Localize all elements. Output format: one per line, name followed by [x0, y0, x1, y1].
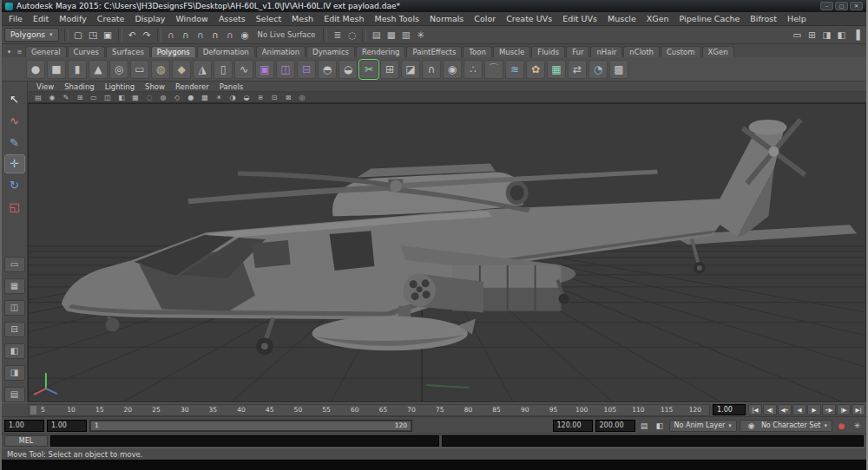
current-time-field[interactable]: 1.00 [713, 404, 746, 415]
camera-settings-icon[interactable]: ◎ [296, 94, 308, 101]
layout-three-panes-left-button[interactable]: ◧ [4, 343, 25, 359]
poly-sphere-icon[interactable]: ● [26, 60, 45, 79]
layout-single-perspective-button[interactable]: ▭ [4, 257, 25, 272]
bridge-icon[interactable]: ∩ [422, 60, 441, 79]
new-scene-icon[interactable]: ▢ [71, 28, 86, 42]
minimize-button[interactable]: – [820, 2, 833, 10]
status-group-collapser[interactable] [362, 29, 366, 42]
menu-item[interactable]: XGen [641, 12, 674, 26]
wireframe-mode-icon[interactable]: ◇ [171, 94, 183, 101]
shelf-tab[interactable]: Muscle [493, 46, 530, 57]
poly-torus-icon[interactable]: ◎ [109, 60, 128, 79]
open-scene-icon[interactable]: ◳ [86, 28, 101, 42]
isolate-select-icon[interactable]: ⊡ [268, 94, 280, 101]
shaded-mode-icon[interactable]: ● [185, 94, 197, 101]
menu-item[interactable]: Mesh Tools [370, 12, 424, 26]
lighting-mode-icon[interactable]: ☀ [213, 94, 225, 101]
status-group-collapser[interactable] [118, 29, 122, 42]
shelf-tab[interactable]: Fluids [531, 46, 565, 57]
shelf-tab[interactable]: XGen [702, 46, 734, 57]
shelf-tab[interactable]: Animation [256, 46, 306, 57]
close-button[interactable]: ✕ [850, 2, 863, 10]
panel-menu-item[interactable]: View [31, 82, 59, 92]
modeling-toolkit-toggle-icon[interactable]: ⊞ [805, 28, 819, 42]
fill-hole-icon[interactable]: ◉ [443, 60, 462, 79]
shelf-tab[interactable]: Dynamics [306, 46, 355, 57]
viewport[interactable] [28, 103, 866, 402]
go-to-playback-end-button[interactable]: ▶| [852, 404, 865, 415]
shelf-editor-menu-icon[interactable]: ≡ [15, 49, 24, 55]
maximize-button[interactable]: ▢ [835, 2, 848, 10]
panel-menu-item[interactable]: Panels [214, 82, 248, 92]
select-tool-button[interactable]: ↖ [4, 90, 25, 109]
motion-blur-icon[interactable]: ≋ [254, 94, 266, 101]
animation-preferences-button[interactable]: ✳ [851, 421, 864, 430]
snap-to-grid-icon[interactable]: ∩ [164, 28, 179, 42]
layout-two-panes-side-button[interactable]: ◫ [4, 300, 25, 316]
menu-item[interactable]: Display [129, 12, 170, 26]
snap-to-projected-center-icon[interactable]: ∩ [208, 28, 223, 42]
shelf-tab[interactable]: Surfaces [106, 46, 150, 57]
shelf-tab[interactable]: Toon [463, 46, 492, 57]
snap-to-view-plane-icon[interactable]: ∩ [223, 28, 238, 42]
poly-cube-icon[interactable]: ■ [47, 60, 66, 79]
auto-keyframe-toggle[interactable]: ● [835, 421, 848, 430]
menu-item[interactable]: Pipeline Cache [674, 12, 746, 26]
render-settings-icon[interactable]: ✳ [413, 28, 428, 42]
shelf-tab[interactable]: General [25, 46, 67, 57]
undo-icon[interactable]: ↶ [125, 28, 140, 42]
mel-toggle-button[interactable]: MEL [4, 435, 48, 447]
command-result-field[interactable] [442, 435, 864, 447]
panel-menu-item[interactable]: Shading [59, 82, 100, 92]
play-forwards-button[interactable]: ▶ [807, 404, 821, 415]
save-scene-icon[interactable]: ▣ [101, 28, 115, 42]
status-group-collapser[interactable] [323, 29, 327, 42]
menu-item[interactable]: Window [170, 12, 213, 26]
poly-pyramid-icon[interactable]: ◮ [193, 60, 212, 79]
shelf-tab[interactable]: Polygons [151, 46, 196, 57]
animation-end-field[interactable]: 200.00 [595, 420, 635, 432]
snap-to-curve-icon[interactable]: ∩ [179, 28, 194, 42]
safe-title-icon[interactable]: ◍ [157, 94, 169, 101]
range-slider-bar[interactable]: 1 120 [89, 420, 412, 432]
shelf-tab[interactable]: PaintEffects [406, 46, 462, 57]
mirror-icon[interactable]: ⇄ [568, 60, 587, 79]
open-render-view-icon[interactable]: ▤ [369, 28, 384, 42]
step-forward-one-frame-button[interactable]: |▶ [837, 404, 851, 415]
extract-icon[interactable]: ⊟ [297, 60, 316, 79]
quad-draw-icon[interactable]: ▦ [547, 60, 566, 79]
shelf-tabs-menu-icon[interactable]: ▾ [4, 49, 14, 55]
menu-item[interactable]: Edit UVs [557, 12, 602, 26]
layout-four-view-button[interactable]: ▦ [4, 278, 25, 294]
quick-select-input-icon[interactable]: ◌ [345, 28, 359, 42]
time-slider-track[interactable]: 5101520253035404550556065707580859095100… [28, 404, 710, 416]
menu-item[interactable]: Normals [424, 12, 469, 26]
boolean-union-icon[interactable]: ◓ [318, 60, 337, 79]
select-camera-icon[interactable]: ▤ [32, 94, 44, 101]
panel-menu-item[interactable]: Lighting [100, 82, 140, 92]
poly-plane-icon[interactable]: ▭ [130, 60, 149, 79]
layout-outliner-perspective-button[interactable]: ▤ [4, 387, 25, 402]
panel-menu-item[interactable]: Renderer [170, 82, 214, 92]
sculpt-tool-icon[interactable]: ✿ [526, 60, 545, 79]
render-current-frame-icon[interactable]: ▦ [384, 28, 398, 42]
bevel-icon[interactable]: ◪ [401, 60, 420, 79]
channel-box-toggle-icon[interactable]: ▐ [849, 28, 864, 42]
menu-item[interactable]: Mesh [286, 12, 319, 26]
extrude-icon[interactable]: ⊞ [380, 60, 399, 79]
menu-item[interactable]: File [3, 12, 28, 26]
merge-vertices-icon[interactable]: ∴ [464, 60, 483, 79]
gate-mask-icon[interactable]: ◧ [115, 94, 128, 101]
anim-layer-filter-icon[interactable]: ▤ [638, 421, 651, 430]
poly-cylinder-icon[interactable]: ▮ [68, 60, 87, 79]
tool-settings-toggle-icon[interactable]: ◧ [834, 28, 849, 42]
shelf-tab[interactable]: Deformation [197, 46, 255, 57]
multi-cut-icon[interactable]: ✂ [359, 60, 378, 79]
smooth-icon[interactable]: ≋ [505, 60, 524, 79]
xray-mode-icon[interactable]: ⊠ [282, 94, 294, 101]
step-forward-one-key-button[interactable]: •▶ [822, 404, 836, 415]
menu-item[interactable]: Assets [214, 12, 251, 26]
menu-set-selector[interactable]: Polygons ▾ [4, 28, 59, 42]
animation-start-field[interactable]: 1.00 [4, 420, 44, 432]
playback-end-field[interactable]: 120.00 [553, 420, 593, 432]
